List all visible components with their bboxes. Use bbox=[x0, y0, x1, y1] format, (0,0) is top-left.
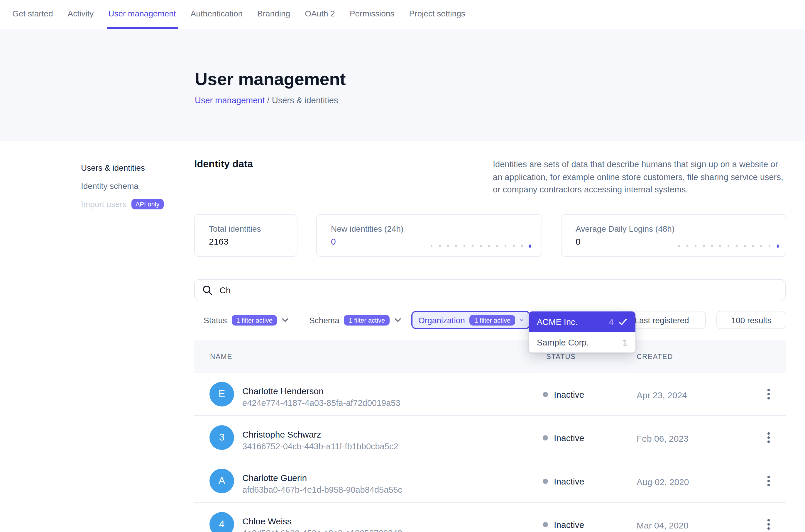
stat-label: Total identities bbox=[209, 224, 297, 233]
stat-label: New identities (24h) bbox=[331, 224, 542, 233]
organization-filter[interactable]: Organization 1 filter active bbox=[411, 311, 530, 329]
identity-name: Charlotte Henderson bbox=[242, 386, 323, 396]
table-row[interactable]: 4 Chloe Weiss 4e3d53af-6b00-459c-a2e0-a1… bbox=[194, 503, 786, 532]
page-header: User management User management / Users … bbox=[0, 29, 805, 141]
stat-card-new-identities: New identities (24h) 0 bbox=[316, 214, 542, 257]
sidebar-item-label: Import users bbox=[81, 198, 127, 210]
breadcrumb: User management / Users & identities bbox=[195, 96, 805, 105]
status-filter-label: Status bbox=[204, 315, 227, 325]
nav-tab-oauth2[interactable]: OAuth 2 bbox=[303, 0, 337, 29]
created-date: Feb 06, 2023 bbox=[637, 434, 689, 443]
organization-dropdown: ACME Inc. 4 Sample Corp. 1 bbox=[529, 311, 635, 353]
results-count-button[interactable]: 100 results bbox=[716, 311, 786, 329]
sidebar-item-users-identities[interactable]: Users & identities bbox=[81, 162, 187, 174]
row-actions-menu-button[interactable] bbox=[761, 386, 776, 402]
nav-tab-branding[interactable]: Branding bbox=[256, 0, 292, 29]
table-row[interactable]: 3 Christophe Schwarz 34166752-04cb-443b-… bbox=[194, 416, 786, 459]
nav-tab-user-management[interactable]: User management bbox=[107, 0, 177, 29]
main-panel: Identity data Identities are sets of dat… bbox=[194, 141, 786, 532]
identity-id: 34166752-04cb-443b-a11f-fb1bb0cba5c2 bbox=[242, 442, 398, 451]
content-area: Users & identities Identity schema Impor… bbox=[0, 141, 805, 532]
identity-name: Chloe Weiss bbox=[242, 516, 292, 526]
status-dot bbox=[543, 392, 548, 397]
section-title: Identity data bbox=[194, 158, 253, 196]
nav-tab-activity[interactable]: Activity bbox=[66, 0, 96, 29]
dropdown-option-acme[interactable]: ACME Inc. 4 bbox=[529, 311, 635, 332]
section-sidebar: Users & identities Identity schema Impor… bbox=[81, 162, 187, 216]
sparkline bbox=[678, 245, 779, 247]
option-count: 1 bbox=[622, 338, 627, 347]
nav-tab-permissions[interactable]: Permissions bbox=[348, 0, 396, 29]
stat-label: Average Daily Logins (48h) bbox=[576, 224, 786, 233]
schema-filter-badge: 1 filter active bbox=[344, 315, 390, 325]
search-input[interactable] bbox=[218, 284, 778, 295]
created-date: Mar 04, 2020 bbox=[637, 520, 689, 530]
filter-row: Status 1 filter active Schema 1 filter a… bbox=[194, 311, 786, 329]
column-header-created: CREATED bbox=[637, 353, 673, 361]
identity-id: 4e3d53af-6b00-459c-a2e0-a18058739243 bbox=[242, 529, 402, 532]
status-filter[interactable]: Status 1 filter active bbox=[204, 311, 289, 329]
status-filter-badge: 1 filter active bbox=[231, 315, 277, 325]
breadcrumb-separator: / bbox=[265, 96, 272, 105]
created-date: Aug 02, 2020 bbox=[637, 477, 689, 487]
stat-card-average-daily-logins: Average Daily Logins (48h) 0 bbox=[561, 214, 786, 257]
schema-filter[interactable]: Schema 1 filter active bbox=[309, 311, 401, 329]
table-row[interactable]: A Charlotte Guerin afd63ba0-467b-4e1d-b9… bbox=[194, 459, 786, 503]
status-dot bbox=[543, 479, 548, 484]
status-label: Inactive bbox=[554, 390, 584, 399]
column-header-name: NAME bbox=[210, 353, 232, 361]
status-dot bbox=[543, 522, 548, 527]
avatar: E bbox=[209, 382, 234, 406]
identity-id: e424e774-4187-4a03-85fa-af72d0019a53 bbox=[242, 398, 400, 407]
top-nav: Get started Activity User management Aut… bbox=[0, 0, 805, 29]
app-window: Get started Activity User management Aut… bbox=[0, 0, 805, 532]
status-dot bbox=[543, 435, 548, 440]
option-count: 4 bbox=[609, 317, 614, 326]
page-title: User management bbox=[195, 29, 805, 90]
sidebar-item-import-users: Import users API only bbox=[81, 198, 187, 210]
organization-filter-label: Organization bbox=[418, 315, 465, 325]
table-header: NAME STATUS CREATED bbox=[194, 340, 786, 373]
table-row[interactable]: E Charlotte Henderson e424e774-4187-4a03… bbox=[194, 373, 786, 416]
created-date: Apr 23, 2024 bbox=[637, 390, 687, 400]
breadcrumb-current: Users & identities bbox=[272, 96, 338, 105]
option-label: Sample Corp. bbox=[537, 338, 589, 347]
chevron-down-icon bbox=[394, 318, 401, 322]
chevron-down-icon bbox=[520, 318, 523, 322]
row-actions-menu-button[interactable] bbox=[761, 429, 776, 446]
breadcrumb-link-user-management[interactable]: User management bbox=[195, 96, 265, 105]
sparkline bbox=[431, 245, 531, 247]
nav-tab-authentication[interactable]: Authentication bbox=[189, 0, 244, 29]
stat-value: 2163 bbox=[209, 236, 297, 246]
organization-filter-badge: 1 filter active bbox=[470, 315, 516, 325]
nav-tab-project-settings[interactable]: Project settings bbox=[407, 0, 467, 29]
status-label: Inactive bbox=[554, 476, 584, 486]
nav-tab-get-started[interactable]: Get started bbox=[11, 0, 55, 29]
status-label: Inactive bbox=[554, 520, 584, 530]
dropdown-option-sample-corp[interactable]: Sample Corp. 1 bbox=[529, 332, 635, 353]
section-description: Identities are sets of data that describ… bbox=[493, 158, 786, 196]
column-header-status: STATUS bbox=[546, 353, 576, 361]
avatar: 4 bbox=[209, 512, 234, 532]
stat-card-total-identities: Total identities 2163 bbox=[194, 214, 298, 257]
avatar: A bbox=[209, 469, 234, 493]
check-icon bbox=[618, 318, 627, 325]
chevron-down-icon bbox=[282, 318, 289, 322]
status-label: Inactive bbox=[554, 433, 584, 443]
search-icon bbox=[202, 285, 212, 295]
row-actions-menu-button[interactable] bbox=[761, 473, 776, 489]
identity-id: afd63ba0-467b-4e1d-b958-90ab84d5a55c bbox=[242, 485, 402, 494]
identity-name: Christophe Schwarz bbox=[242, 429, 321, 439]
schema-filter-label: Schema bbox=[309, 315, 339, 325]
search-bar bbox=[194, 279, 786, 300]
api-only-badge: API only bbox=[131, 199, 164, 209]
avatar: 3 bbox=[209, 425, 234, 450]
sidebar-item-identity-schema[interactable]: Identity schema bbox=[81, 180, 187, 192]
identity-name: Charlotte Guerin bbox=[242, 473, 307, 483]
option-label: ACME Inc. bbox=[537, 317, 578, 326]
row-actions-menu-button[interactable] bbox=[761, 516, 776, 532]
